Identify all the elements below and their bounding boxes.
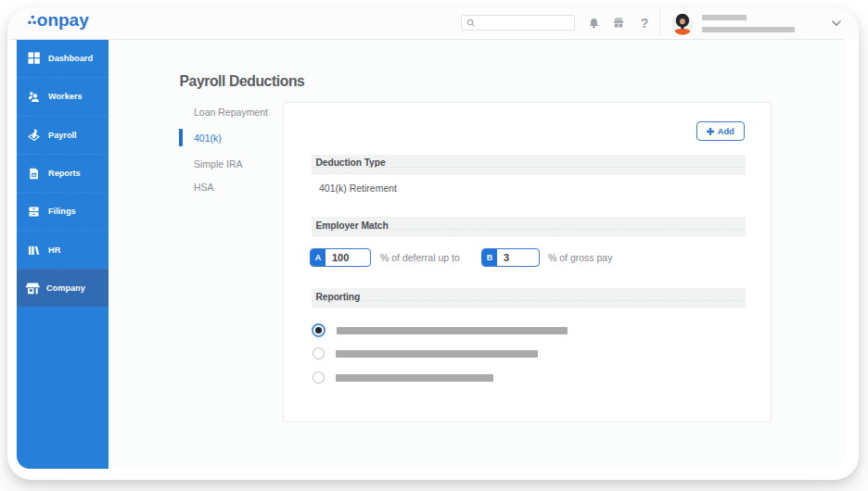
svg-text:onpay: onpay <box>37 12 89 30</box>
